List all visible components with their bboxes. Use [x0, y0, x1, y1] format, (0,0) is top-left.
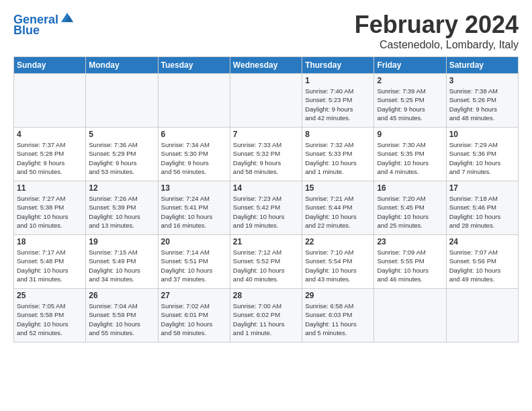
weekday-header-wednesday: Wednesday: [230, 57, 302, 74]
day-number: 23: [377, 237, 443, 246]
calendar-cell: 2Sunrise: 7:39 AM Sunset: 5:25 PM Daylig…: [374, 74, 446, 128]
day-number: 9: [377, 130, 443, 139]
month-title: February 2024: [355, 11, 519, 39]
calendar-cell: 25Sunrise: 7:05 AM Sunset: 5:58 PM Dayli…: [14, 289, 86, 342]
weekday-header-monday: Monday: [86, 57, 158, 74]
day-number: 10: [449, 130, 515, 139]
day-number: 7: [233, 130, 299, 139]
calendar-cell: 12Sunrise: 7:26 AM Sunset: 5:39 PM Dayli…: [86, 181, 158, 235]
day-info: Sunrise: 7:40 AM Sunset: 5:23 PM Dayligh…: [305, 87, 371, 122]
day-info: Sunrise: 7:24 AM Sunset: 5:41 PM Dayligh…: [161, 194, 227, 230]
day-number: 20: [161, 237, 227, 246]
calendar-cell: 17Sunrise: 7:18 AM Sunset: 5:46 PM Dayli…: [446, 181, 518, 235]
calendar-cell: [86, 74, 158, 128]
calendar-cell: 21Sunrise: 7:12 AM Sunset: 5:52 PM Dayli…: [230, 235, 302, 289]
day-number: 18: [17, 237, 83, 246]
calendar-cell: 27Sunrise: 7:02 AM Sunset: 6:01 PM Dayli…: [158, 289, 230, 342]
calendar-cell: 23Sunrise: 7:09 AM Sunset: 5:55 PM Dayli…: [374, 235, 446, 289]
day-info: Sunrise: 7:37 AM Sunset: 5:28 PM Dayligh…: [17, 140, 83, 176]
day-number: 2: [377, 76, 443, 85]
calendar-week-3: 11Sunrise: 7:27 AM Sunset: 5:38 PM Dayli…: [14, 181, 519, 235]
day-info: Sunrise: 7:15 AM Sunset: 5:49 PM Dayligh…: [89, 248, 154, 283]
day-info: Sunrise: 6:58 AM Sunset: 6:03 PM Dayligh…: [305, 302, 371, 337]
day-info: Sunrise: 7:07 AM Sunset: 5:56 PM Dayligh…: [449, 248, 515, 283]
day-number: 16: [377, 183, 443, 193]
day-info: Sunrise: 7:04 AM Sunset: 5:59 PM Dayligh…: [89, 302, 154, 337]
calendar-cell: 28Sunrise: 7:00 AM Sunset: 6:02 PM Dayli…: [230, 289, 302, 342]
calendar-table: SundayMondayTuesdayWednesdayThursdayFrid…: [13, 56, 519, 342]
calendar-week-2: 4Sunrise: 7:37 AM Sunset: 5:28 PM Daylig…: [14, 128, 519, 181]
calendar-cell: 13Sunrise: 7:24 AM Sunset: 5:41 PM Dayli…: [158, 181, 230, 235]
day-number: 17: [449, 183, 515, 193]
weekday-header-friday: Friday: [374, 57, 446, 74]
day-number: 21: [233, 237, 299, 246]
page-header: General Blue February 2024 Castenedolo, …: [13, 11, 519, 51]
calendar-cell: 26Sunrise: 7:04 AM Sunset: 5:59 PM Dayli…: [86, 289, 158, 342]
day-number: 28: [233, 291, 299, 300]
day-number: 15: [305, 183, 371, 193]
calendar-cell: [230, 74, 302, 128]
day-info: Sunrise: 7:23 AM Sunset: 5:42 PM Dayligh…: [233, 194, 299, 230]
day-info: Sunrise: 7:18 AM Sunset: 5:46 PM Dayligh…: [449, 194, 515, 230]
day-number: 27: [161, 291, 227, 300]
calendar-week-1: 1Sunrise: 7:40 AM Sunset: 5:23 PM Daylig…: [14, 74, 519, 128]
calendar-cell: 5Sunrise: 7:36 AM Sunset: 5:29 PM Daylig…: [86, 128, 158, 181]
day-number: 29: [305, 291, 371, 300]
weekday-header-sunday: Sunday: [14, 57, 86, 74]
day-number: 19: [89, 237, 154, 246]
calendar-week-5: 25Sunrise: 7:05 AM Sunset: 5:58 PM Dayli…: [14, 289, 519, 342]
day-info: Sunrise: 7:09 AM Sunset: 5:55 PM Dayligh…: [377, 248, 443, 283]
calendar-cell: [158, 74, 230, 128]
day-number: 12: [89, 183, 154, 193]
day-number: 4: [17, 130, 83, 139]
day-number: 24: [449, 237, 515, 246]
day-info: Sunrise: 7:39 AM Sunset: 5:25 PM Dayligh…: [377, 87, 443, 122]
calendar-cell: 8Sunrise: 7:32 AM Sunset: 5:33 PM Daylig…: [302, 128, 374, 181]
day-number: 5: [89, 130, 154, 139]
location: Castenedolo, Lombardy, Italy: [355, 39, 519, 51]
day-number: 13: [161, 183, 227, 193]
calendar-header-row: SundayMondayTuesdayWednesdayThursdayFrid…: [14, 57, 519, 74]
calendar-cell: 24Sunrise: 7:07 AM Sunset: 5:56 PM Dayli…: [446, 235, 518, 289]
calendar-cell: 3Sunrise: 7:38 AM Sunset: 5:26 PM Daylig…: [446, 74, 518, 128]
calendar-cell: 11Sunrise: 7:27 AM Sunset: 5:38 PM Dayli…: [14, 181, 86, 235]
calendar-cell: 14Sunrise: 7:23 AM Sunset: 5:42 PM Dayli…: [230, 181, 302, 235]
calendar-cell: 9Sunrise: 7:30 AM Sunset: 5:35 PM Daylig…: [374, 128, 446, 181]
calendar-cell: 6Sunrise: 7:34 AM Sunset: 5:30 PM Daylig…: [158, 128, 230, 181]
calendar-cell: [14, 74, 86, 128]
calendar-cell: 16Sunrise: 7:20 AM Sunset: 5:45 PM Dayli…: [374, 181, 446, 235]
calendar-cell: 4Sunrise: 7:37 AM Sunset: 5:28 PM Daylig…: [14, 128, 86, 181]
weekday-header-thursday: Thursday: [302, 57, 374, 74]
day-info: Sunrise: 7:36 AM Sunset: 5:29 PM Dayligh…: [89, 140, 154, 176]
calendar-week-4: 18Sunrise: 7:17 AM Sunset: 5:48 PM Dayli…: [14, 235, 519, 289]
calendar-cell: 10Sunrise: 7:29 AM Sunset: 5:36 PM Dayli…: [446, 128, 518, 181]
calendar-cell: 19Sunrise: 7:15 AM Sunset: 5:49 PM Dayli…: [86, 235, 158, 289]
day-number: 6: [161, 130, 227, 139]
calendar-cell: 1Sunrise: 7:40 AM Sunset: 5:23 PM Daylig…: [302, 74, 374, 128]
calendar-cell: 29Sunrise: 6:58 AM Sunset: 6:03 PM Dayli…: [302, 289, 374, 342]
title-block: February 2024 Castenedolo, Lombardy, Ita…: [355, 11, 519, 51]
day-number: 3: [449, 76, 515, 85]
calendar-cell: 18Sunrise: 7:17 AM Sunset: 5:48 PM Dayli…: [14, 235, 86, 289]
day-info: Sunrise: 7:34 AM Sunset: 5:30 PM Dayligh…: [161, 140, 227, 176]
day-info: Sunrise: 7:02 AM Sunset: 6:01 PM Dayligh…: [161, 302, 227, 337]
day-info: Sunrise: 7:30 AM Sunset: 5:35 PM Dayligh…: [377, 140, 443, 176]
weekday-header-tuesday: Tuesday: [158, 57, 230, 74]
day-number: 1: [305, 76, 371, 85]
calendar-cell: 7Sunrise: 7:33 AM Sunset: 5:32 PM Daylig…: [230, 128, 302, 181]
logo: General Blue: [13, 13, 75, 38]
day-info: Sunrise: 7:33 AM Sunset: 5:32 PM Dayligh…: [233, 140, 299, 176]
weekday-header-saturday: Saturday: [446, 57, 518, 74]
day-info: Sunrise: 7:29 AM Sunset: 5:36 PM Dayligh…: [449, 140, 515, 176]
day-number: 22: [305, 237, 371, 246]
day-info: Sunrise: 7:14 AM Sunset: 5:51 PM Dayligh…: [161, 248, 227, 283]
day-info: Sunrise: 7:26 AM Sunset: 5:39 PM Dayligh…: [89, 194, 154, 230]
day-number: 8: [305, 130, 371, 139]
day-number: 14: [233, 183, 299, 193]
day-number: 11: [17, 183, 83, 193]
day-info: Sunrise: 7:27 AM Sunset: 5:38 PM Dayligh…: [17, 194, 83, 230]
day-info: Sunrise: 7:20 AM Sunset: 5:45 PM Dayligh…: [377, 194, 443, 230]
day-number: 26: [89, 291, 154, 300]
calendar-cell: [374, 289, 446, 342]
day-info: Sunrise: 7:17 AM Sunset: 5:48 PM Dayligh…: [17, 248, 83, 283]
